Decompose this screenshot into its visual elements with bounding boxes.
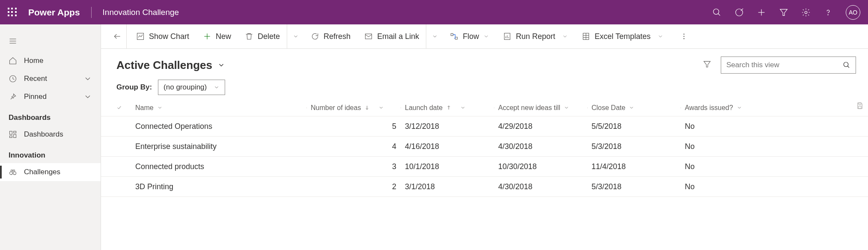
cell-award: No <box>685 182 770 191</box>
chevron-down-icon <box>217 61 225 69</box>
global-header: Power Apps Innovation Challenge AO <box>0 0 868 24</box>
cell-launch: 10/1/2018 <box>405 162 498 171</box>
save-icon[interactable] <box>856 102 865 110</box>
nav-section-dashboards: Dashboards <box>0 106 101 125</box>
run-report-button[interactable]: Run Report <box>496 24 575 49</box>
nav-section-innovation: Innovation <box>0 143 101 163</box>
chevron-down-icon <box>657 33 663 39</box>
svg-point-0 <box>713 9 719 14</box>
clock-icon <box>9 74 17 83</box>
refresh-button[interactable]: Refresh <box>304 24 357 49</box>
chevron-down-icon <box>378 105 384 110</box>
header-right: AO <box>712 5 860 20</box>
cell-award: No <box>685 142 770 151</box>
svg-marker-37 <box>704 61 710 67</box>
flow-icon <box>450 32 458 41</box>
filter-icon[interactable] <box>779 8 788 17</box>
view-selector[interactable]: Active Challenges <box>116 59 225 72</box>
excel-templates-label: Excel Templates <box>595 32 651 41</box>
table-row[interactable]: Connected products310/1/201810/30/201811… <box>101 157 868 177</box>
chevron-down-icon <box>83 74 92 83</box>
dashboard-icon <box>9 130 17 139</box>
cell-num: 5 <box>311 122 405 131</box>
search-input[interactable] <box>726 61 838 69</box>
table-row[interactable]: 3D Printing23/1/20184/30/20185/3/2018No <box>101 177 868 197</box>
svg-rect-41 <box>859 106 861 109</box>
cell-name: Enterprise sustainability <box>135 142 311 151</box>
email-link-button[interactable]: Email a Link <box>357 24 426 49</box>
svg-line-1 <box>718 13 720 15</box>
cell-close: 5/3/2018 <box>592 142 685 151</box>
col-header-close[interactable]: Close Date <box>592 104 685 112</box>
delete-split[interactable] <box>287 24 304 49</box>
app-launcher-icon[interactable] <box>8 8 17 17</box>
nav-pinned[interactable]: Pinned <box>0 88 101 106</box>
nav-recent[interactable]: Recent <box>0 70 101 88</box>
header-divider <box>91 7 92 18</box>
svg-line-39 <box>847 66 849 68</box>
flow-button[interactable]: Flow <box>443 24 496 49</box>
excel-templates-button[interactable]: Excel Templates <box>575 24 670 49</box>
svg-point-38 <box>844 62 848 67</box>
gear-icon[interactable] <box>801 8 811 17</box>
table-row[interactable]: Connected Operations53/12/20184/29/20185… <box>101 116 868 137</box>
svg-rect-15 <box>14 134 16 138</box>
cell-name: 3D Printing <box>135 182 311 191</box>
nav-dashboards[interactable]: Dashboards <box>0 125 101 143</box>
search-icon[interactable] <box>712 8 722 17</box>
new-label: New <box>216 32 231 41</box>
mail-icon <box>364 32 373 41</box>
delete-button[interactable]: Delete <box>238 24 287 49</box>
col-accept-label: Accept new ideas till <box>498 104 560 112</box>
show-chart-button[interactable]: Show Chart <box>129 24 196 49</box>
chevron-down-icon <box>562 33 568 39</box>
avatar[interactable]: AO <box>846 5 860 20</box>
back-button[interactable] <box>108 24 127 49</box>
search-box[interactable] <box>721 57 856 74</box>
new-button[interactable]: New <box>196 24 238 49</box>
chevron-down-icon <box>737 105 742 110</box>
chevron-down-icon <box>157 105 163 110</box>
cell-award: No <box>685 122 770 131</box>
command-overflow[interactable] <box>675 24 693 49</box>
cell-num: 3 <box>311 162 405 171</box>
grid-header: Name Number of ideas Launch date Accept … <box>101 99 868 116</box>
chevron-down-icon <box>83 92 92 101</box>
cell-close: 11/4/2018 <box>592 162 685 171</box>
col-header-num[interactable]: Number of ideas <box>311 104 405 112</box>
select-all[interactable] <box>116 105 135 110</box>
col-header-award[interactable]: Awards issued? <box>685 104 770 112</box>
col-header-accept[interactable]: Accept new ideas till <box>498 104 592 112</box>
cell-accept: 4/30/2018 <box>498 142 592 151</box>
nav-hamburger[interactable] <box>0 30 101 52</box>
cell-num: 2 <box>311 182 405 191</box>
delete-label: Delete <box>258 32 280 41</box>
pin-icon <box>9 92 17 101</box>
col-close-label: Close Date <box>592 104 625 112</box>
grid: Name Number of ideas Launch date Accept … <box>101 99 868 250</box>
svg-rect-16 <box>10 136 12 137</box>
svg-rect-23 <box>366 34 372 39</box>
table-row[interactable]: Enterprise sustainability44/16/20184/30/… <box>101 137 868 157</box>
help-icon[interactable] <box>823 8 833 17</box>
nav-challenges-label: Challenges <box>24 168 60 176</box>
cell-launch: 3/12/2018 <box>405 122 498 131</box>
svg-point-17 <box>10 172 13 175</box>
cell-name: Connected Operations <box>135 122 311 131</box>
nav-challenges[interactable]: Challenges <box>0 163 101 181</box>
nav-home[interactable]: Home <box>0 52 101 70</box>
add-icon[interactable] <box>757 8 766 17</box>
col-header-name[interactable]: Name <box>135 104 311 112</box>
report-icon <box>503 32 511 41</box>
plus-icon <box>203 32 211 41</box>
binoculars-icon <box>9 168 17 176</box>
filter-icon[interactable] <box>703 60 711 70</box>
email-link-split[interactable] <box>426 24 443 49</box>
groupby-select[interactable]: (no grouping) <box>158 80 225 95</box>
chevron-down-icon <box>629 105 634 110</box>
assistant-icon[interactable] <box>734 8 744 17</box>
cell-award: No <box>685 162 770 171</box>
col-header-launch[interactable]: Launch date <box>405 104 498 112</box>
flow-label: Flow <box>463 32 479 41</box>
cell-close: 5/5/2018 <box>592 122 685 131</box>
